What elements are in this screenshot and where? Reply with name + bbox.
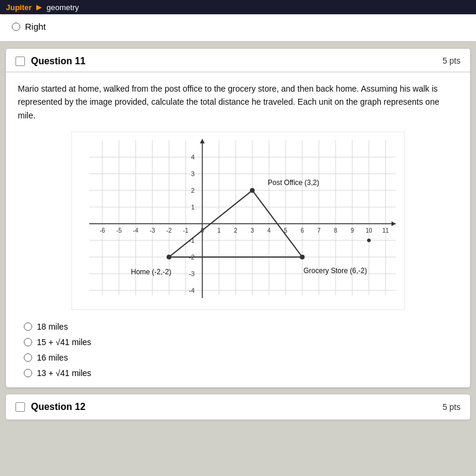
svg-text:2: 2 — [234, 227, 237, 234]
svg-text:-4: -4 — [133, 227, 139, 234]
svg-text:-1: -1 — [183, 227, 189, 234]
choice-1-radio[interactable] — [24, 322, 32, 331]
choice-4-radio[interactable] — [24, 369, 32, 377]
svg-text:-5: -5 — [117, 227, 122, 234]
svg-text:-6: -6 — [100, 227, 105, 234]
choice-4-label: 13 + √41 miles — [37, 368, 91, 378]
svg-text:-3: -3 — [189, 270, 195, 277]
coordinate-graph: 4 3 2 1 -1 -2 -3 -4 -6 -5 -4 -3 -2 -1 0 … — [71, 131, 405, 310]
choice-2-radio[interactable] — [24, 338, 32, 346]
question-12-pts: 5 pts — [443, 402, 461, 412]
svg-text:4: 4 — [267, 227, 271, 234]
svg-text:Grocery Store (6,-2): Grocery Store (6,-2) — [303, 267, 367, 275]
question-11-body: Mario started at home, walked from the p… — [6, 73, 470, 387]
right-label: Right — [25, 21, 46, 32]
svg-point-59 — [167, 255, 171, 259]
svg-text:8: 8 — [334, 227, 337, 234]
question-12-bar: Question 12 5 pts — [6, 394, 470, 419]
svg-text:-4: -4 — [189, 287, 195, 294]
svg-text:6: 6 — [300, 227, 304, 234]
question-12-left: Question 12 — [15, 402, 86, 412]
top-nav-bar: Jupiter ▶ geometry — [0, 0, 476, 14]
svg-text:Post Office (3,2): Post Office (3,2) — [268, 178, 319, 187]
choice-4[interactable]: 13 + √41 miles — [24, 368, 452, 378]
geometry-link[interactable]: geometry — [46, 3, 79, 12]
jupiter-link[interactable]: Jupiter — [6, 3, 32, 12]
question-header-left: Question 11 — [15, 56, 86, 67]
question-11-text: Mario started at home, walked from the p… — [18, 82, 458, 122]
choice-3-label: 16 miles — [37, 353, 68, 362]
right-radio[interactable] — [12, 23, 20, 31]
svg-text:2: 2 — [191, 187, 195, 194]
choice-1[interactable]: 18 miles — [24, 322, 452, 331]
svg-text:1: 1 — [191, 203, 195, 211]
choice-1-label: 18 miles — [37, 322, 68, 331]
right-option[interactable]: Right — [12, 21, 464, 32]
svg-text:7: 7 — [317, 227, 321, 234]
svg-point-62 — [367, 239, 371, 242]
svg-point-61 — [300, 255, 305, 259]
svg-text:3: 3 — [191, 170, 195, 177]
svg-rect-0 — [71, 131, 405, 310]
prev-answer-area: Right — [0, 14, 476, 42]
graph-svg: 4 3 2 1 -1 -2 -3 -4 -6 -5 -4 -3 -2 -1 0 … — [71, 131, 405, 310]
svg-text:10: 10 — [365, 227, 372, 234]
question-11-card: Question 11 5 pts Mario started at home,… — [6, 49, 470, 387]
choice-2-label: 15 + √41 miles — [37, 337, 91, 347]
choice-3-radio[interactable] — [24, 353, 32, 362]
question-11-pts: 5 pts — [443, 56, 461, 65]
question-12-title: Question 12 — [31, 402, 86, 412]
question-12-checkbox[interactable] — [15, 402, 25, 412]
svg-text:Home (-2,-2): Home (-2,-2) — [131, 268, 171, 276]
svg-text:4: 4 — [191, 154, 195, 161]
choice-2[interactable]: 15 + √41 miles — [24, 337, 452, 347]
svg-text:-3: -3 — [150, 227, 155, 234]
svg-text:9: 9 — [350, 227, 354, 234]
question-11-header: Question 11 5 pts — [6, 49, 470, 73]
svg-text:1: 1 — [217, 227, 221, 234]
svg-text:-2: -2 — [167, 227, 172, 234]
svg-text:11: 11 — [382, 227, 389, 234]
answer-choices: 18 miles 15 + √41 miles 16 miles 13 + √4… — [18, 322, 458, 378]
svg-text:3: 3 — [250, 227, 254, 234]
nav-arrow: ▶ — [36, 3, 42, 11]
choice-3[interactable]: 16 miles — [24, 353, 452, 362]
svg-point-60 — [250, 188, 255, 193]
question-11-checkbox[interactable] — [15, 57, 25, 66]
question-11-title: Question 11 — [31, 56, 86, 67]
